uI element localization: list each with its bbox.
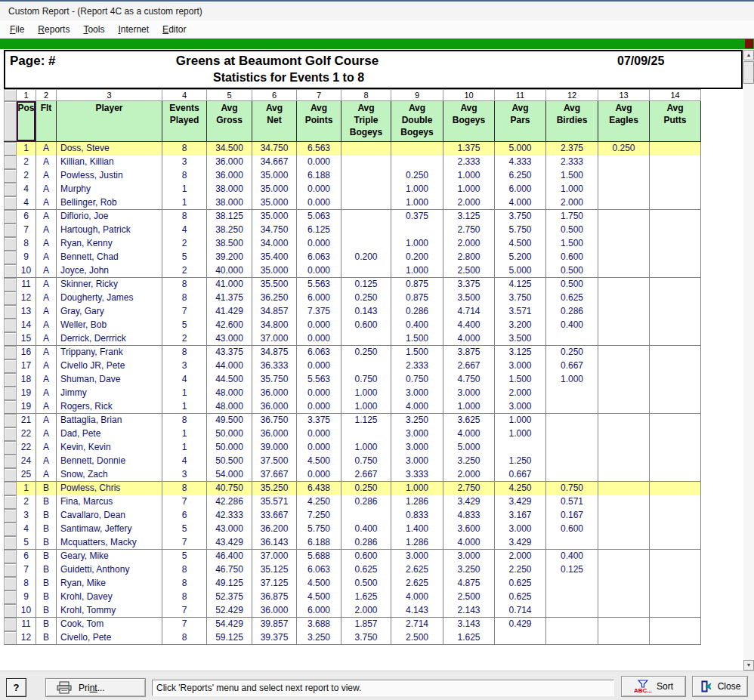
- cell-points[interactable]: 0.000: [297, 183, 341, 196]
- column-header-flt[interactable]: Flt: [36, 101, 57, 141]
- row-header-cell[interactable]: [4, 264, 17, 278]
- cell-bogeys[interactable]: 2.750: [443, 482, 495, 495]
- cell-putts[interactable]: [650, 319, 701, 332]
- cell-player[interactable]: Derrick, Derrrick: [57, 332, 162, 346]
- cell-gross[interactable]: 38.000: [207, 183, 252, 196]
- cell-putts[interactable]: [650, 305, 701, 319]
- cell-eagles[interactable]: [598, 400, 650, 414]
- cell-double-bogeys[interactable]: 3.000: [391, 455, 443, 468]
- cell-pars[interactable]: 4.333: [495, 156, 546, 169]
- cell-bogeys[interactable]: 4.875: [443, 577, 495, 591]
- cell-gross[interactable]: 48.000: [207, 400, 252, 414]
- cell-net[interactable]: 35.000: [252, 196, 297, 210]
- cell-player[interactable]: Ryan, Mike: [57, 577, 162, 591]
- cell-bogeys[interactable]: 1.000: [443, 183, 495, 196]
- cell-player[interactable]: Bennett, Donnie: [57, 455, 162, 468]
- cell-triple-bogeys[interactable]: 0.600: [341, 319, 391, 332]
- cell-events[interactable]: 8: [162, 563, 207, 577]
- cell-pos[interactable]: 21: [17, 414, 36, 427]
- cell-flt[interactable]: B: [36, 536, 57, 550]
- cell-pos[interactable]: 9: [17, 251, 36, 264]
- cell-eagles[interactable]: [598, 591, 650, 604]
- cell-pos[interactable]: 1: [17, 142, 36, 156]
- cell-bogeys[interactable]: 3.250: [443, 563, 495, 577]
- cell-player[interactable]: Diflorio, Joe: [57, 210, 162, 224]
- cell-pars[interactable]: [495, 441, 546, 455]
- cell-gross[interactable]: 46.750: [207, 563, 252, 577]
- row-header-cell[interactable]: [4, 183, 17, 196]
- cell-net[interactable]: 37.667: [252, 468, 297, 482]
- cell-points[interactable]: 3.375: [297, 414, 341, 427]
- cell-player[interactable]: Battaglia, Brian: [57, 414, 162, 427]
- cell-putts[interactable]: [650, 169, 701, 183]
- cell-triple-bogeys[interactable]: [341, 224, 391, 237]
- cell-pars[interactable]: 2.250: [495, 563, 546, 577]
- column-number-12[interactable]: 12: [546, 90, 598, 100]
- cell-pos[interactable]: 7: [17, 224, 36, 237]
- cell-gross[interactable]: 41.429: [207, 305, 252, 319]
- cell-flt[interactable]: A: [36, 441, 57, 455]
- cell-double-bogeys[interactable]: 1.000: [391, 196, 443, 210]
- column-number-11[interactable]: 11: [495, 90, 546, 100]
- row-header-cell[interactable]: [4, 414, 17, 427]
- cell-birdies[interactable]: 0.125: [546, 563, 598, 577]
- cell-pos[interactable]: 14: [17, 319, 36, 332]
- cell-points[interactable]: 0.000: [297, 319, 341, 332]
- cell-bogeys[interactable]: 4.833: [443, 509, 495, 523]
- cell-net[interactable]: 34.857: [252, 305, 297, 319]
- cell-putts[interactable]: [650, 563, 701, 577]
- cell-bogeys[interactable]: 5.000: [443, 441, 495, 455]
- cell-pos[interactable]: 9: [17, 591, 36, 604]
- cell-events[interactable]: 1: [162, 400, 207, 414]
- cell-putts[interactable]: [650, 210, 701, 224]
- cell-flt[interactable]: B: [36, 523, 57, 536]
- cell-birdies[interactable]: [546, 468, 598, 482]
- cell-net[interactable]: 36.250: [252, 291, 297, 305]
- cell-eagles[interactable]: [598, 359, 650, 373]
- cell-double-bogeys[interactable]: 3.000: [391, 427, 443, 441]
- cell-putts[interactable]: [650, 346, 701, 359]
- cell-gross[interactable]: 38.500: [207, 237, 252, 251]
- cell-player[interactable]: Mcquatters, Macky: [57, 536, 162, 550]
- cell-net[interactable]: 39.375: [252, 631, 297, 645]
- cell-net[interactable]: 35.000: [252, 183, 297, 196]
- cell-player[interactable]: Powless, Justin: [57, 169, 162, 183]
- cell-double-bogeys[interactable]: 0.200: [391, 251, 443, 264]
- cell-player[interactable]: Krohl, Tommy: [57, 604, 162, 618]
- cell-double-bogeys[interactable]: 0.875: [391, 278, 443, 291]
- row-header-cell[interactable]: [4, 523, 17, 536]
- cell-birdies[interactable]: [546, 631, 598, 645]
- row-header-cell[interactable]: [4, 291, 17, 305]
- cell-net[interactable]: 36.875: [252, 591, 297, 604]
- cell-pars[interactable]: 3.429: [495, 495, 546, 509]
- cell-flt[interactable]: A: [36, 332, 57, 346]
- cell-points[interactable]: 5.563: [297, 278, 341, 291]
- cell-triple-bogeys[interactable]: 1.000: [341, 387, 391, 400]
- column-header-points[interactable]: Avg Points: [297, 101, 341, 141]
- row-header-cell[interactable]: [4, 319, 17, 332]
- cell-events[interactable]: 7: [162, 495, 207, 509]
- cell-putts[interactable]: [650, 509, 701, 523]
- cell-points[interactable]: 5.688: [297, 550, 341, 563]
- row-header-cell[interactable]: [4, 482, 17, 495]
- cell-putts[interactable]: [650, 156, 701, 169]
- cell-pos[interactable]: 4: [17, 523, 36, 536]
- cell-points[interactable]: 0.000: [297, 237, 341, 251]
- column-header-putts[interactable]: Avg Putts: [650, 101, 701, 141]
- cell-double-bogeys[interactable]: 1.000: [391, 264, 443, 278]
- column-header-gross[interactable]: Avg Gross: [207, 101, 252, 141]
- cell-points[interactable]: 6.563: [297, 142, 341, 156]
- cell-double-bogeys[interactable]: [391, 224, 443, 237]
- cell-events[interactable]: 2: [162, 237, 207, 251]
- cell-flt[interactable]: A: [36, 359, 57, 373]
- cell-putts[interactable]: [650, 224, 701, 237]
- cell-eagles[interactable]: [598, 196, 650, 210]
- cell-events[interactable]: 5: [162, 550, 207, 563]
- cell-flt[interactable]: A: [36, 346, 57, 359]
- row-header-cell[interactable]: [4, 509, 17, 523]
- cell-bogeys[interactable]: 2.143: [443, 604, 495, 618]
- cell-player[interactable]: Dougherty, James: [57, 291, 162, 305]
- cell-eagles[interactable]: [598, 414, 650, 427]
- cell-putts[interactable]: [650, 523, 701, 536]
- cell-flt[interactable]: B: [36, 550, 57, 563]
